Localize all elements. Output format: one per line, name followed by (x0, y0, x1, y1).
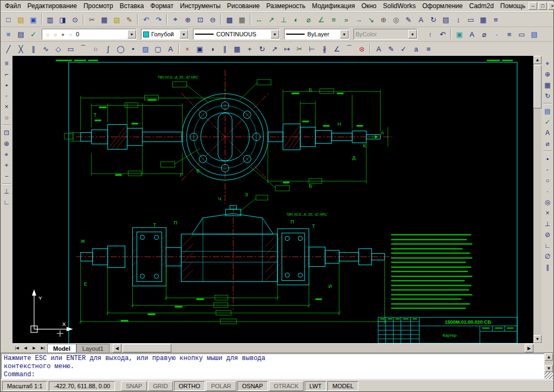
snap-endpoint-icon[interactable]: ▪ (1, 80, 12, 91)
minimize-icon[interactable]: – (529, 2, 537, 10)
horizontal-scroll-thumb[interactable] (123, 344, 171, 352)
properties-palette-icon[interactable]: ▤ (528, 28, 540, 40)
spline-icon[interactable]: ∫ (102, 43, 114, 55)
scale-icon[interactable]: ↗ (268, 43, 281, 55)
command-text-area[interactable]: Нажмите ESC или ENTER для выхода, или пр… (1, 354, 544, 379)
text-style-manager-icon[interactable]: A (466, 28, 478, 40)
center-mark-icon[interactable]: ◎ (390, 14, 402, 25)
layer-current-icon[interactable]: ✓ (27, 28, 40, 40)
tolerance-icon[interactable]: ⊕ (377, 14, 390, 25)
circle-icon[interactable]: ○ (89, 43, 102, 55)
zoom-previous-icon[interactable]: ⊖ (207, 14, 219, 25)
aerial-view-icon[interactable]: ▩ (223, 14, 236, 25)
color-control-icon[interactable]: ▣ (453, 28, 466, 40)
units-icon[interactable]: ≡ (503, 28, 516, 40)
snap-settings-icon[interactable]: ≡ (1, 58, 12, 69)
arc-icon[interactable]: ⌒ (77, 43, 89, 55)
chevron-down-icon[interactable]: ▼ (340, 30, 349, 38)
linetype-dropdown[interactable]: CONTINUOUS ▼ (193, 29, 280, 40)
chevron-down-icon[interactable]: ▼ (179, 30, 188, 38)
horizontal-scroll-track[interactable] (121, 344, 525, 352)
osnap-node-icon[interactable]: · (542, 186, 553, 197)
distance-icon[interactable]: ↕ (452, 14, 465, 25)
osnap-center-icon[interactable]: ○ (542, 175, 553, 186)
lineweight-dropdown[interactable]: ByLayer ▼ (284, 29, 349, 40)
multiline-icon[interactable]: ∥ (27, 43, 40, 55)
command-scroll-track[interactable] (545, 361, 553, 365)
scroll-left-button[interactable]: ◀ (113, 344, 121, 352)
layer-properties-icon[interactable]: ≡ (2, 28, 15, 40)
snap-center-icon[interactable]: ○ (1, 112, 12, 123)
pan-right-icon[interactable]: ⌖ (542, 58, 553, 69)
scroll-down-button[interactable]: ▼ (533, 335, 542, 343)
dim-angular-icon[interactable]: ∠ (315, 14, 327, 25)
open-icon[interactable]: ▤ (15, 14, 27, 25)
osnap-perpendicular-icon[interactable]: ⊥ (542, 219, 553, 229)
region-icon[interactable]: ▢ (152, 43, 164, 55)
command-scroll-down-button[interactable]: ▼ (545, 365, 553, 372)
layer-color-swatch-icon[interactable]: ■ (67, 30, 74, 38)
layer-previous-icon[interactable]: ↶ (436, 28, 449, 40)
zoom-realtime-icon[interactable]: ⊕ (182, 14, 194, 25)
match-properties-icon[interactable]: ✎ (123, 14, 136, 25)
polyline-icon[interactable]: ∿ (40, 43, 52, 55)
menu-окно[interactable]: Окно (358, 2, 380, 10)
toggle-ortho[interactable]: ORTHO (174, 381, 205, 391)
line-icon[interactable]: ╱ (2, 43, 15, 55)
drawing-limits-icon[interactable]: ▭ (516, 28, 528, 40)
dim-update-icon[interactable]: ↻ (427, 14, 440, 25)
layer-dropdown[interactable]: ☼☼●■ 0 ▼ (42, 29, 137, 40)
plot-settings-icon[interactable]: ⊙ (69, 14, 81, 25)
dim-style-icon[interactable]: ▤ (440, 14, 452, 25)
hatch-icon[interactable]: ▨ (139, 43, 152, 55)
array-icon[interactable]: ▦ (231, 43, 243, 55)
snap-from-icon[interactable]: ⌐ (1, 69, 12, 80)
menu-cadm2d[interactable]: Cadm2d (466, 2, 497, 10)
justify-text-icon[interactable]: ≡ (422, 43, 435, 55)
area-icon[interactable]: ▭ (465, 14, 477, 25)
menu-помощь[interactable]: Помощь (497, 2, 529, 10)
toggle-lwt[interactable]: LWT (305, 381, 326, 391)
point-icon[interactable]: • (127, 43, 139, 55)
menu-просмотр[interactable]: Просмотр (80, 2, 117, 10)
command-prompt[interactable]: Command: (4, 371, 542, 379)
osnap-nearest-icon[interactable]: ∟ (542, 240, 553, 251)
redraw-icon[interactable]: ↻ (542, 91, 553, 101)
menu-инструменты[interactable]: Инструменты (177, 2, 224, 10)
osnap-quadrant-icon[interactable]: ◎ (542, 197, 553, 208)
pan-left-icon[interactable]: ⌖ (1, 149, 12, 160)
menu-редактирование[interactable]: Редактирование (24, 2, 80, 10)
calculator-icon[interactable]: ▦ (236, 14, 248, 25)
osnap-none-icon[interactable]: ∅ (542, 251, 553, 262)
erase-icon[interactable]: × (181, 43, 194, 55)
scroll-right-button[interactable]: ▶ (525, 344, 533, 352)
paste-icon[interactable]: ▧ (111, 14, 123, 25)
undo-icon[interactable]: ↶ (140, 14, 152, 25)
point-style-icon[interactable]: · (491, 28, 503, 40)
list-icon[interactable]: ≡ (489, 14, 502, 25)
osnap-midpoint-icon[interactable]: ◦ (542, 164, 553, 175)
drawing-canvas[interactable]: ТВЧ h0,8...А, 35...42 HRC (12, 56, 533, 343)
vertical-scrollbar[interactable]: ▲ ▼ (533, 56, 542, 343)
pan-icon[interactable]: ⌖ (169, 14, 182, 25)
new-drawing-icon[interactable]: □ (2, 14, 15, 25)
osnap-parallel-icon[interactable]: ∥ (542, 262, 553, 273)
print-icon[interactable]: ▥ (44, 14, 56, 25)
find-replace-icon[interactable]: A (542, 127, 553, 138)
explode-icon[interactable]: ⊛ (356, 43, 368, 55)
spell-check-icon[interactable]: ✓ (397, 43, 410, 55)
redo-icon[interactable]: ↷ (152, 14, 165, 25)
ellipse-icon[interactable]: ◯ (114, 43, 127, 55)
mirror-icon[interactable]: ◑ (206, 43, 218, 55)
zoom-extents-icon[interactable]: ▦ (542, 80, 553, 91)
osnap-intersection-icon[interactable]: × (542, 208, 553, 219)
dim-edit-icon[interactable]: ✎ (402, 14, 415, 25)
osnap-endpoint-icon[interactable]: ▪ (542, 153, 553, 164)
osnap-tangent-icon[interactable]: ⊘ (542, 229, 553, 240)
toggle-grid[interactable]: GRID (148, 381, 173, 391)
tab-model[interactable]: Model (47, 344, 76, 352)
menu-вставка[interactable]: Вставка (117, 2, 147, 10)
menu-рисование[interactable]: Рисование (224, 2, 263, 10)
freeze-sun-icon[interactable]: ☼ (51, 30, 59, 38)
dim-text-edit-icon[interactable]: A (415, 14, 427, 25)
